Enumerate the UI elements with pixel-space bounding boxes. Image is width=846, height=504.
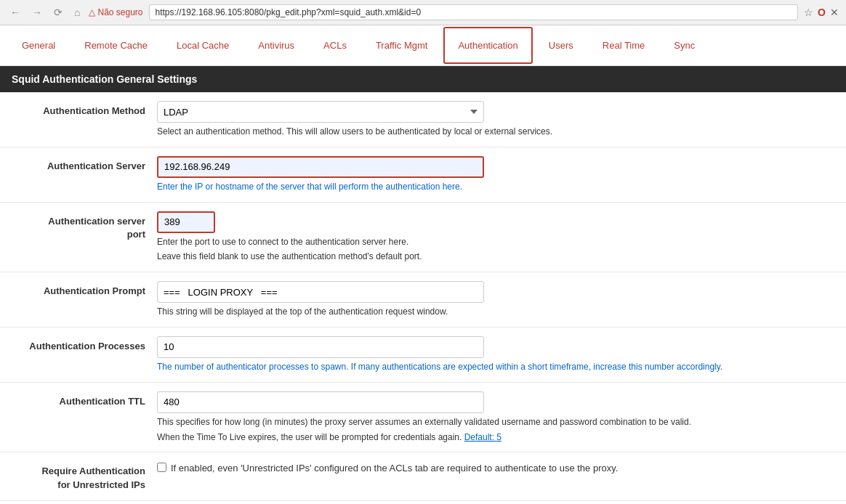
star-icon[interactable]: ☆ <box>804 7 813 18</box>
auth-prompt-content: This string will be displayed at the top… <box>157 281 834 318</box>
auth-prompt-help: This string will be displayed at the top… <box>157 306 834 318</box>
require-auth-checkbox-label: If enabled, even 'Unrestricted IPs' conf… <box>171 461 618 476</box>
nav-tabs: General Remote Cache Local Cache Antivir… <box>0 25 846 66</box>
auth-server-content: Enter the IP or hostname of the server t… <box>157 156 834 193</box>
auth-method-select[interactable]: LDAP Local RADIUS <box>157 101 484 123</box>
opera-icon[interactable]: O <box>818 7 826 18</box>
url-bar[interactable] <box>149 4 799 20</box>
tab-remote-cache[interactable]: Remote Cache <box>70 27 162 64</box>
auth-port-content: Enter the port to use to connect to the … <box>157 211 834 264</box>
require-auth-content: If enabled, even 'Unrestricted IPs' conf… <box>157 461 834 476</box>
auth-prompt-label: Authentication Prompt <box>12 281 157 298</box>
home-button[interactable]: ⌂ <box>71 5 83 20</box>
tab-antivirus[interactable]: Antivirus <box>243 27 309 64</box>
tab-local-cache[interactable]: Local Cache <box>162 27 243 64</box>
section-header: Squid Authentication General Settings <box>0 66 846 92</box>
auth-processes-label: Authentication Processes <box>12 336 157 353</box>
tab-authentication[interactable]: Authentication <box>443 27 532 64</box>
auth-ttl-help1: This specifies for how long (in minutes)… <box>157 416 834 428</box>
auth-port-help2: Leave this field blank to use the authen… <box>157 251 834 263</box>
auth-method-content: LDAP Local RADIUS Select an authenticati… <box>157 101 834 138</box>
close-icon[interactable]: ✕ <box>830 7 839 18</box>
warning-icon: △ <box>89 7 95 17</box>
tab-acls[interactable]: ACLs <box>309 27 361 64</box>
auth-processes-row: Authentication Processes The number of a… <box>0 328 846 383</box>
auth-method-help: Select an authentication method. This wi… <box>157 126 834 138</box>
browser-bar: ← → ⟳ ⌂ △ Não seguro ☆ O ✕ <box>0 0 846 25</box>
auth-ttl-input[interactable] <box>157 391 484 413</box>
form-area: Authentication Method LDAP Local RADIUS … <box>0 92 846 504</box>
tab-real-time[interactable]: Real Time <box>588 27 660 64</box>
back-button[interactable]: ← <box>7 5 23 20</box>
require-auth-checkbox[interactable] <box>157 463 166 472</box>
browser-toolbar: ☆ O ✕ <box>804 7 839 18</box>
auth-processes-content: The number of authenticator processes to… <box>157 336 834 373</box>
auth-server-input[interactable] <box>157 156 484 178</box>
auth-method-label: Authentication Method <box>12 101 157 118</box>
security-indicator: △ Não seguro <box>89 7 142 17</box>
require-auth-label: Require Authentication for Unrestricted … <box>12 461 157 491</box>
reload-button[interactable]: ⟳ <box>51 5 65 20</box>
auth-prompt-row: Authentication Prompt This string will b… <box>0 272 846 328</box>
auth-server-help: Enter the IP or hostname of the server t… <box>157 181 834 193</box>
auth-ttl-default-link[interactable]: Default: 5 <box>464 432 501 442</box>
auth-port-help1: Enter the port to use to connect to the … <box>157 236 834 248</box>
select-first-part-row: Select First Part Name <box>0 501 846 504</box>
security-label: Não seguro <box>97 7 142 17</box>
auth-ttl-help2: When the Time To Live expires, the user … <box>157 431 834 444</box>
tab-users[interactable]: Users <box>534 27 588 64</box>
auth-ttl-label: Authentication TTL <box>12 391 157 408</box>
auth-port-row: Authentication server port Enter the por… <box>0 203 846 273</box>
auth-ttl-content: This specifies for how long (in minutes)… <box>157 391 834 444</box>
require-auth-checkbox-row: If enabled, even 'Unrestricted IPs' conf… <box>157 461 834 476</box>
tab-general[interactable]: General <box>7 27 70 64</box>
auth-port-input[interactable] <box>157 211 215 233</box>
auth-server-label: Authentication Server <box>12 156 157 173</box>
forward-button[interactable]: → <box>29 5 45 20</box>
require-auth-row: Require Authentication for Unrestricted … <box>0 452 846 500</box>
auth-ttl-row: Authentication TTL This specifies for ho… <box>0 383 846 453</box>
auth-processes-help: The number of authenticator processes to… <box>157 361 834 373</box>
section-title: Squid Authentication General Settings <box>12 73 197 85</box>
auth-server-row: Authentication Server Enter the IP or ho… <box>0 147 846 203</box>
auth-prompt-input[interactable] <box>157 281 484 303</box>
auth-processes-input[interactable] <box>157 336 484 358</box>
auth-port-label: Authentication server port <box>12 211 157 241</box>
auth-method-row: Authentication Method LDAP Local RADIUS … <box>0 92 846 147</box>
tab-sync[interactable]: Sync <box>659 27 709 64</box>
tab-traffic-mgmt[interactable]: Traffic Mgmt <box>361 27 443 64</box>
